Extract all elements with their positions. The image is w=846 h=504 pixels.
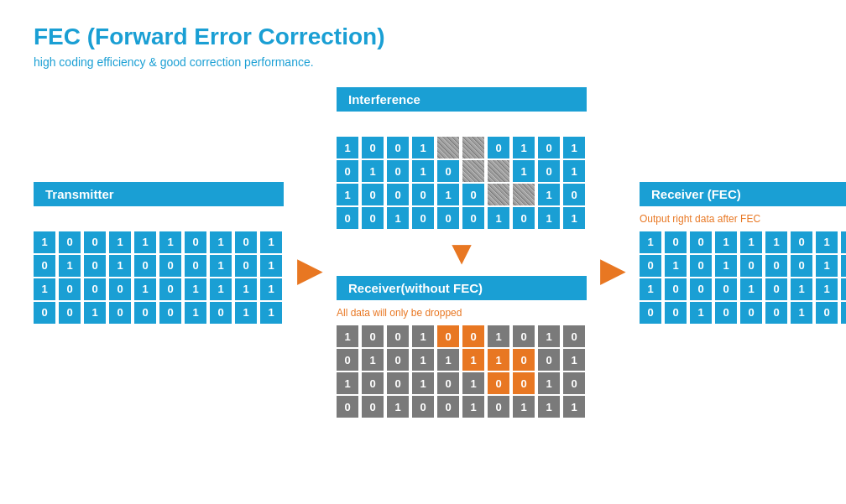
binary-cell: 0 — [362, 207, 384, 229]
binary-cell: 1 — [563, 137, 585, 158]
binary-cell: 1 — [538, 184, 560, 205]
binary-cell: 1 — [715, 231, 737, 253]
binary-cell: 1 — [563, 349, 585, 371]
binary-cell — [488, 160, 509, 182]
binary-cell: 0 — [337, 207, 358, 229]
binary-cell: 0 — [740, 255, 762, 277]
binary-cell: 1 — [34, 278, 55, 300]
binary-cell: 1 — [134, 231, 156, 253]
binary-cell: 1 — [412, 325, 434, 347]
binary-cell: 0 — [109, 278, 131, 300]
binary-cell: 0 — [337, 396, 358, 418]
binary-cell — [488, 184, 509, 205]
binary-cell: 0 — [563, 184, 585, 205]
binary-cell: 0 — [488, 137, 509, 158]
binary-cell: 0 — [437, 325, 459, 347]
binary-cell: 1 — [488, 349, 509, 371]
binary-cell: 0 — [715, 278, 737, 300]
binary-cell: 1 — [59, 255, 81, 277]
binary-cell: 1 — [791, 302, 812, 324]
binary-cell: 1 — [210, 231, 232, 253]
binary-cell: 1 — [260, 278, 282, 300]
binary-cell: 0 — [462, 325, 484, 347]
binary-cell: 1 — [362, 160, 384, 182]
binary-cell: 0 — [513, 325, 535, 347]
binary-cell: 1 — [210, 278, 232, 300]
binary-cell: 1 — [740, 231, 762, 253]
binary-cell: 0 — [538, 160, 560, 182]
binary-cell: 1 — [816, 255, 838, 277]
binary-cell: 0 — [362, 396, 384, 418]
binary-cell: 1 — [563, 396, 585, 418]
binary-cell: 0 — [34, 255, 55, 277]
receiver-no-fec-label: Receiver(without FEC) — [337, 276, 587, 300]
binary-cell — [513, 184, 535, 205]
binary-cell: 1 — [235, 278, 257, 300]
binary-cell: 0 — [337, 349, 358, 371]
binary-cell: 0 — [437, 207, 459, 229]
binary-cell: 1 — [134, 278, 156, 300]
binary-cell: 1 — [337, 372, 358, 394]
binary-cell: 0 — [159, 255, 181, 277]
binary-cell: 1 — [387, 207, 409, 229]
binary-cell: 1 — [513, 137, 535, 158]
binary-cell: 1 — [462, 349, 484, 371]
binary-cell: 1 — [715, 255, 737, 277]
binary-cell: 0 — [791, 231, 812, 253]
binary-cell: 0 — [387, 184, 409, 205]
binary-cell: 0 — [462, 184, 484, 205]
binary-cell: 0 — [538, 137, 560, 158]
binary-cell: 0 — [690, 255, 712, 277]
binary-cell: 0 — [387, 137, 409, 158]
receiver-no-fec-sublabel: All data will only be dropped — [337, 307, 587, 320]
binary-cell: 1 — [841, 278, 846, 300]
binary-cell: 0 — [665, 231, 687, 253]
binary-cell: 0 — [412, 207, 434, 229]
binary-cell: 0 — [690, 231, 712, 253]
binary-cell: 1 — [260, 231, 282, 253]
transmitter-label: Transmitter — [34, 182, 284, 206]
arrow-right-2: ▶ — [600, 250, 626, 288]
binary-cell: 1 — [538, 396, 560, 418]
binary-cell: 0 — [765, 302, 787, 324]
binary-cell: 1 — [841, 302, 846, 324]
binary-cell: 0 — [210, 302, 232, 324]
binary-cell: 0 — [387, 160, 409, 182]
binary-cell — [462, 137, 484, 158]
binary-cell: 1 — [816, 231, 838, 253]
transmitter-grid: 1001110101010100010110001011110010001011 — [34, 231, 284, 324]
binary-cell: 0 — [488, 372, 509, 394]
binary-cell: 0 — [134, 302, 156, 324]
binary-cell: 0 — [513, 207, 535, 229]
binary-cell: 0 — [563, 372, 585, 394]
binary-cell: 0 — [462, 207, 484, 229]
binary-cell: 1 — [109, 231, 131, 253]
subtitle: high coding efficiency & good correction… — [34, 55, 812, 69]
binary-cell: 0 — [185, 255, 206, 277]
binary-cell: 0 — [563, 325, 585, 347]
binary-cell: 1 — [513, 160, 535, 182]
receiver-fec-grid: 1001110101010100010110001011110010001011 — [640, 231, 846, 324]
binary-cell: 0 — [59, 278, 81, 300]
binary-cell: 0 — [765, 278, 787, 300]
interference-label: Interference — [337, 87, 587, 112]
interference-block: Interference 100101010101010110001010001… — [337, 87, 587, 229]
arrow-right-1: ▶ — [297, 250, 323, 288]
binary-cell: 1 — [412, 137, 434, 158]
receiver-fec-label: Receiver (FEC) — [640, 182, 846, 206]
binary-cell: 0 — [362, 184, 384, 205]
binary-cell: 0 — [816, 302, 838, 324]
binary-cell: 1 — [412, 349, 434, 371]
binary-cell: 0 — [640, 302, 661, 324]
binary-cell: 1 — [437, 349, 459, 371]
binary-cell: 1 — [538, 372, 560, 394]
binary-cell: 0 — [84, 231, 106, 253]
binary-cell: 1 — [34, 231, 55, 253]
binary-cell: 1 — [791, 278, 812, 300]
binary-cell: 1 — [740, 278, 762, 300]
binary-cell: 0 — [109, 302, 131, 324]
binary-cell: 1 — [362, 349, 384, 371]
binary-cell: 1 — [387, 396, 409, 418]
binary-cell: 0 — [513, 372, 535, 394]
binary-cell: 0 — [437, 160, 459, 182]
